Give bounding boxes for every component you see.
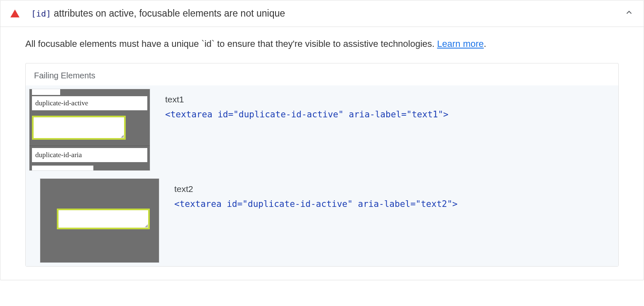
learn-more-link[interactable]: Learn more — [437, 39, 484, 49]
failing-element-name: text1 — [165, 95, 449, 104]
thumbnail-partial-cell — [32, 165, 93, 170]
resize-handle-icon — [121, 135, 124, 138]
thumbnail-highlight — [57, 209, 150, 229]
chevron-up-icon[interactable] — [624, 8, 634, 19]
thumbnail-label: duplicate-id-aria — [35, 151, 82, 159]
resize-handle-icon — [145, 224, 148, 227]
failing-element-detail: text1 <textarea id="duplicate-id-active"… — [165, 89, 449, 119]
failing-element-row[interactable]: text2 <textarea id="duplicate-id-active"… — [29, 178, 615, 263]
failing-elements-list: dlitem duplicate-id-active duplicate-id-… — [26, 85, 618, 266]
thumbnail-highlight — [32, 116, 126, 140]
description-text: All focusable elements must have a uniqu… — [25, 39, 437, 49]
element-thumbnail — [40, 178, 159, 263]
thumbnail-label: duplicate-id-active — [35, 99, 88, 107]
failing-elements-panel: Failing Elements dlitem duplicate-id-act… — [25, 63, 619, 267]
thumbnail-cell: duplicate-id-active — [32, 96, 147, 110]
code-id-token: [id] — [31, 9, 51, 19]
failing-elements-title: Failing Elements — [26, 63, 618, 85]
element-thumbnail: dlitem duplicate-id-active duplicate-id-… — [29, 89, 150, 171]
audit-title-text: attributes on active, focusable elements… — [51, 8, 285, 19]
audit-item: [id] attributes on active, focusable ele… — [0, 0, 644, 280]
failing-element-snippet: <textarea id="duplicate-id-active" aria-… — [165, 109, 449, 119]
error-triangle-icon — [10, 10, 20, 17]
thumbnail-partial-cell: dlitem — [32, 89, 60, 95]
failing-element-detail: text2 <textarea id="duplicate-id-active"… — [174, 178, 458, 209]
thumbnail-cell: duplicate-id-aria — [32, 148, 147, 162]
audit-body: All focusable elements must have a uniqu… — [0, 27, 644, 280]
thumbnail-divider — [29, 146, 150, 146]
failing-element-snippet: <textarea id="duplicate-id-active" aria-… — [174, 199, 458, 209]
audit-title: [id] attributes on active, focusable ele… — [31, 8, 624, 19]
failing-element-name: text2 — [174, 184, 458, 194]
audit-description: All focusable elements must have a uniqu… — [25, 38, 619, 51]
audit-header[interactable]: [id] attributes on active, focusable ele… — [0, 0, 644, 27]
failing-element-row[interactable]: dlitem duplicate-id-active duplicate-id-… — [29, 89, 615, 171]
